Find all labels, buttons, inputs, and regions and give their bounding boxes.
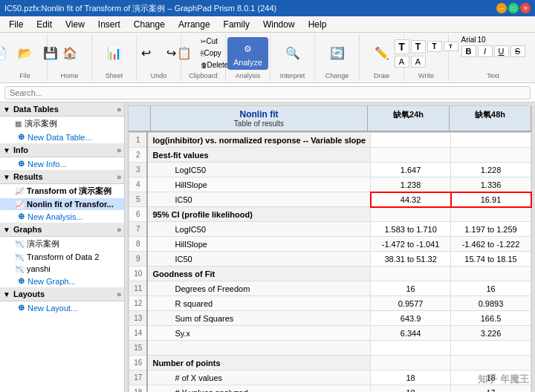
row-col-a: 16 (371, 281, 451, 296)
nav-item-nonlin[interactable]: 📈 Nonlin fit of Transfor... (0, 198, 124, 210)
window-controls: ─ □ ✕ (496, 3, 531, 13)
nav-item-graph-demo[interactable]: 📉 演示案例 (0, 237, 124, 251)
more-icon-layouts[interactable]: » (117, 290, 121, 298)
results-icon-1: 📈 (15, 187, 24, 195)
row-col-a: 18 (371, 385, 451, 393)
text-T3-button[interactable]: T (427, 41, 442, 52)
row-col-a: 1.238 (371, 177, 451, 192)
home-buttons: 🏠 (58, 36, 82, 71)
draw-button[interactable]: ✏️ (370, 43, 394, 64)
nav-item-new-info[interactable]: ⊕ New Info... (0, 157, 124, 170)
row-col-a: 6.344 (371, 326, 451, 341)
row-number: 5 (129, 192, 148, 207)
maximize-button[interactable]: □ (508, 3, 519, 13)
nav-section-data-tables-header[interactable]: ▼ Data Tables » (0, 102, 124, 117)
interpret-button[interactable]: 🔍 (281, 43, 305, 64)
change-button[interactable]: 🔄 (325, 43, 349, 64)
nav-item-transform[interactable]: 📈 Transform of 演示案例 (0, 184, 124, 198)
menu-edit[interactable]: Edit (30, 18, 58, 31)
search-input[interactable] (4, 86, 531, 99)
strikethrough-button[interactable]: S (510, 45, 525, 57)
nav-section-layouts-header[interactable]: ▼ Layouts » (0, 287, 124, 301)
menu-family[interactable]: Family (218, 18, 256, 31)
menu-file[interactable]: File (3, 18, 29, 31)
nav-item-new-graph[interactable]: ⊕ New Graph... (0, 275, 124, 287)
nav-section-info-header[interactable]: ▼ Info » (0, 143, 124, 157)
new-button[interactable]: 📄 (0, 43, 12, 64)
new-analysis-label: New Analysis... (27, 212, 83, 221)
sheet-group-label: Sheet (106, 71, 123, 79)
more-icon-info[interactable]: » (117, 146, 121, 154)
row-number: 13 (129, 311, 148, 326)
menu-change[interactable]: Change (128, 18, 171, 31)
menu-window[interactable]: Window (257, 18, 301, 31)
nav-section-results: ▼ Results » 📈 Transform of 演示案例 📈 Nonlin… (0, 170, 124, 223)
analyze-button[interactable]: ⚙ Analyze (227, 37, 268, 70)
row-label: Goodness of Fit (147, 267, 370, 281)
bold-button[interactable]: B (461, 45, 476, 57)
paste-button[interactable]: 📋 (172, 43, 196, 64)
open-button[interactable]: 📂 (13, 43, 37, 64)
open-icon: 📂 (16, 45, 34, 62)
undo-button[interactable]: ↩ (134, 43, 158, 64)
nav-item-new-layout[interactable]: ⊕ New Layout... (0, 301, 124, 314)
nav-section-graphs: ▼ Graphs » 📉 演示案例 📉 Transform of Data 2 … (0, 223, 124, 287)
more-icon[interactable]: » (117, 105, 121, 114)
row-col-b: 16 (451, 281, 531, 296)
row-col-a (371, 148, 451, 163)
text-T1-button[interactable]: T (395, 39, 409, 54)
ribbon-group-home: 🏠 Home (48, 34, 92, 81)
row-number: 6 (129, 207, 148, 222)
sheet-button[interactable]: 📊 (103, 43, 126, 64)
nav-item-new-data-table[interactable]: ⊕ New Data Table... (0, 131, 124, 143)
nav-section-graphs-header[interactable]: ▼ Graphs » (0, 223, 124, 237)
text-T2-button[interactable]: T (411, 40, 426, 53)
more-icon-graphs[interactable]: » (117, 226, 121, 234)
text-A2-button[interactable]: A (411, 56, 426, 68)
text-A1-button[interactable]: A (395, 56, 409, 68)
new-layout-label: New Layout... (27, 304, 77, 313)
nav-section-results-header[interactable]: ▼ Results » (0, 170, 124, 184)
results-table: 1log(inhibitor) vs. normalized response … (129, 132, 531, 392)
interpret-group-label: Interpret (280, 71, 305, 79)
italic-button[interactable]: I (478, 45, 493, 57)
menu-help[interactable]: Help (302, 18, 333, 31)
row-number: 3 (129, 163, 148, 177)
content-area: Nonlin fit Table of results 缺氧24h 缺氧48h … (125, 102, 535, 392)
table-header: Nonlin fit Table of results 缺氧24h 缺氧48h (129, 106, 531, 132)
menu-view[interactable]: View (59, 18, 91, 31)
row-col-a (371, 207, 451, 222)
row-col-b: 16.91 (451, 192, 531, 207)
more-icon-results[interactable]: » (117, 173, 121, 181)
menu-insert[interactable]: Insert (92, 18, 126, 31)
nav-item-graph-transform[interactable]: 📉 Transform of Data 2 (0, 251, 124, 263)
minimize-button[interactable]: ─ (496, 3, 507, 13)
row-col-b: 166.5 (451, 311, 531, 326)
new-icon: 📄 (0, 45, 9, 62)
row-number: 10 (129, 267, 148, 281)
nav-item-new-analysis[interactable]: ⊕ New Analysis... (0, 210, 124, 223)
ribbon-group-clipboard: 📋 ✂ Cut ⎘ Copy 🗑 Delete Clipboard (181, 34, 226, 81)
row-col-a: 1.583 to 1.710 (371, 222, 451, 237)
nav-section-info: ▼ Info » ⊕ New Info... (0, 143, 124, 170)
nav-item-demo[interactable]: ▦ 演示案例 (0, 117, 124, 131)
interpret-icon: 🔍 (284, 45, 302, 62)
info-label: Info (13, 146, 28, 154)
nav-item-graph-yanshi[interactable]: 📉 yanshi (0, 263, 124, 275)
row-number: 11 (129, 281, 148, 296)
underline-button[interactable]: U (494, 45, 509, 57)
close-button[interactable]: ✕ (520, 3, 531, 13)
expand-arrow-info: ▼ (3, 146, 10, 154)
home-button[interactable]: 🏠 (58, 43, 82, 64)
table-row: 9IC5038.31 to 51.3215.74 to 18.15 (129, 252, 531, 267)
ribbon-group-text: Arial 10 B I U S Text (449, 34, 535, 81)
menu-arrange[interactable]: Arrange (172, 18, 216, 31)
new-info-label: New Info... (27, 160, 67, 169)
font-name-label: Arial (461, 36, 476, 44)
th-col-b: 缺氧48h (450, 106, 531, 131)
nonlin-label: Nonlin fit of Transfor... (27, 200, 114, 209)
graph-demo-label: 演示案例 (27, 238, 59, 249)
ribbon-group-write: T T T T A A Write (404, 34, 449, 81)
table-row: 10Goodness of Fit (129, 267, 531, 281)
graph-icon-3: 📉 (15, 265, 24, 273)
